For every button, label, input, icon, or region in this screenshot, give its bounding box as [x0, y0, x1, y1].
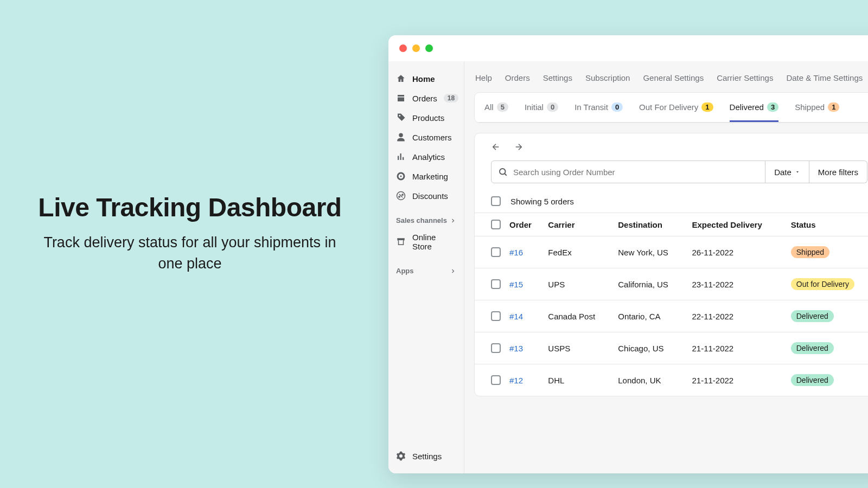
tab-all[interactable]: All5 — [484, 93, 508, 122]
tab-out-for-delivery[interactable]: Out For Delivery1 — [639, 93, 713, 122]
tab-shipped[interactable]: Shipped1 — [795, 93, 839, 122]
sidebar-heading-sales-channels[interactable]: Sales channels — [388, 213, 464, 228]
sidebar-item-orders[interactable]: Orders18 — [388, 88, 464, 108]
table-row: #13 USPS Chicago, US 21-11-2022 Delivere… — [475, 332, 868, 364]
sidebar-item-label: Products — [412, 113, 444, 123]
svg-point-2 — [500, 169, 506, 175]
status-badge: Delivered — [791, 342, 834, 354]
tab-label: Delivered — [730, 102, 764, 112]
sidebar-item-marketing[interactable]: Marketing — [388, 166, 464, 186]
tab-count: 1 — [828, 102, 839, 112]
settings-label: Settings — [412, 452, 442, 461]
sidebar-item-home[interactable]: Home — [388, 69, 464, 88]
row-checkbox[interactable] — [491, 343, 501, 353]
arrow-left-icon[interactable] — [491, 142, 501, 152]
sidebar-item-label: Marketing — [412, 172, 448, 181]
tab-count: 0 — [611, 102, 623, 112]
date-filter-button[interactable]: Date — [765, 160, 809, 183]
chevron-right-icon — [450, 217, 456, 224]
arrow-right-icon[interactable] — [514, 142, 524, 152]
showing-text: Showing 5 orders — [510, 197, 574, 206]
tab-initial[interactable]: Initial0 — [525, 93, 558, 122]
destination-cell: Ontario, CA — [614, 300, 687, 332]
carrier-cell: Canada Post — [544, 300, 614, 332]
orders-table: OrderCarrierDestinationExpected Delivery… — [475, 213, 868, 396]
select-all-checkbox[interactable] — [491, 196, 501, 206]
carrier-cell: USPS — [544, 332, 614, 364]
search-box[interactable] — [491, 160, 765, 183]
breadcrumb-item[interactable]: Help — [475, 73, 492, 82]
sidebar-item-label: Home — [412, 74, 435, 84]
sidebar-item-settings[interactable]: Settings — [388, 446, 464, 466]
sales-channels-label: Sales channels — [396, 216, 447, 224]
destination-cell: New York, US — [614, 236, 687, 268]
sidebar-item-discounts[interactable]: Discounts — [388, 186, 464, 206]
status-badge: Delivered — [791, 310, 834, 322]
tag-icon — [396, 113, 406, 123]
breadcrumb-item[interactable]: General Settings — [643, 73, 704, 82]
gear-icon — [396, 451, 406, 461]
sidebar-item-analytics[interactable]: Analytics — [388, 147, 464, 166]
main-content: HelpOrdersSettingsSubscriptionGeneral Se… — [464, 61, 868, 473]
sidebar-item-customers[interactable]: Customers — [388, 127, 464, 147]
search-input[interactable] — [513, 168, 758, 177]
sidebar-item-label: Orders — [412, 94, 437, 103]
order-link[interactable]: #16 — [509, 248, 523, 257]
expected-cell: 23-11-2022 — [687, 268, 786, 300]
hero-title: Live Tracking Dashboard — [38, 192, 342, 222]
tab-in-transit[interactable]: In Transit0 — [575, 93, 623, 122]
online-store-label: Online Store — [412, 233, 456, 251]
select-all-header-checkbox[interactable] — [491, 220, 501, 229]
carrier-cell: DHL — [544, 364, 614, 396]
app-body: HomeOrders18ProductsCustomersAnalyticsMa… — [388, 61, 868, 473]
minimize-window-button[interactable] — [412, 44, 420, 52]
search-icon — [498, 167, 508, 177]
order-link[interactable]: #12 — [509, 376, 523, 385]
breadcrumb: HelpOrdersSettingsSubscriptionGeneral Se… — [464, 61, 868, 92]
carrier-cell: UPS — [544, 268, 614, 300]
showing-row: Showing 5 orders — [475, 188, 868, 213]
breadcrumb-item[interactable]: Orders — [505, 73, 530, 82]
destination-cell: Chicago, US — [614, 332, 687, 364]
orders-card: Date More filters Showing 5 orders Order… — [474, 133, 868, 396]
breadcrumb-item[interactable]: Subscription — [585, 73, 630, 82]
order-link[interactable]: #14 — [509, 312, 523, 321]
tabs-card: All5Initial0In Transit0Out For Delivery1… — [474, 92, 868, 123]
row-checkbox[interactable] — [491, 247, 501, 257]
sidebar-item-products[interactable]: Products — [388, 108, 464, 127]
column-header: Carrier — [544, 213, 614, 236]
svg-line-3 — [505, 174, 507, 176]
destination-cell: California, US — [614, 268, 687, 300]
table-row: #16 FedEx New York, US 26-11-2022 Shippe… — [475, 236, 868, 268]
tab-label: In Transit — [575, 102, 608, 112]
sidebar-heading-apps[interactable]: Apps — [388, 264, 464, 278]
close-window-button[interactable] — [399, 44, 407, 52]
tab-delivered[interactable]: Delivered3 — [730, 93, 779, 122]
tab-count: 3 — [767, 102, 778, 112]
tab-label: Shipped — [795, 102, 825, 112]
caret-down-icon — [795, 169, 800, 175]
expected-cell: 26-11-2022 — [687, 236, 786, 268]
order-link[interactable]: #15 — [509, 280, 523, 289]
sidebar-item-online-store[interactable]: Online Store — [388, 228, 464, 256]
table-row: #15 UPS California, US 23-11-2022 Out fo… — [475, 268, 868, 300]
breadcrumb-item[interactable]: Date & Time Settings — [786, 73, 863, 82]
tab-label: Initial — [525, 102, 544, 112]
marketing-icon — [396, 171, 406, 181]
breadcrumb-item[interactable]: Carrier Settings — [717, 73, 773, 82]
breadcrumb-item[interactable]: Settings — [543, 73, 572, 82]
order-link[interactable]: #13 — [509, 344, 523, 353]
row-checkbox[interactable] — [491, 279, 501, 289]
column-header: Expected Delivery — [687, 213, 786, 236]
more-filters-button[interactable]: More filters — [809, 160, 867, 183]
column-header: Order — [505, 213, 544, 236]
analytics-icon — [396, 152, 406, 162]
discounts-icon — [396, 191, 406, 201]
status-badge: Delivered — [791, 374, 834, 386]
person-icon — [396, 132, 406, 142]
column-header: Destination — [614, 213, 687, 236]
row-checkbox[interactable] — [491, 311, 501, 321]
status-badge: Shipped — [791, 246, 829, 258]
row-checkbox[interactable] — [491, 375, 501, 385]
maximize-window-button[interactable] — [425, 44, 433, 52]
